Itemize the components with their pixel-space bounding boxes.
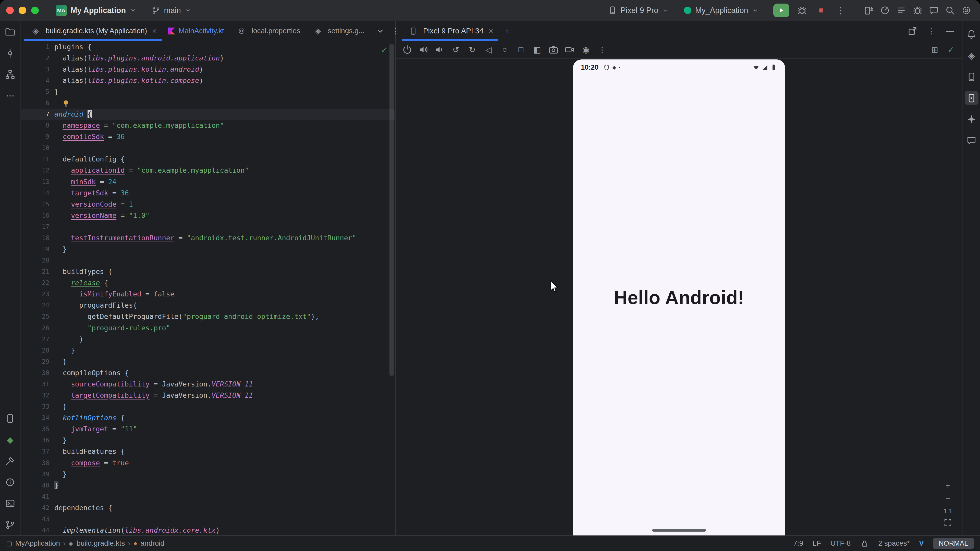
editor-tab[interactable]: ◈settings.g... [306, 21, 370, 41]
code-editor[interactable]: 1plugins {2 alias(libs.plugins.android.a… [21, 41, 395, 535]
settings-icon[interactable] [960, 4, 973, 17]
code-line[interactable]: 36 } [21, 435, 395, 446]
line-number[interactable]: 3 [21, 64, 54, 75]
line-number[interactable]: 35 [21, 424, 54, 435]
app-inspection-icon[interactable] [912, 4, 924, 17]
code-line[interactable]: 4 alias(libs.plugins.kotlin.compose) [21, 75, 395, 86]
run-configuration-selector[interactable]: My_Application [679, 2, 763, 19]
device-manager-icon[interactable] [965, 70, 978, 84]
new-device-tab-icon[interactable]: + [501, 25, 513, 37]
line-number[interactable]: 21 [21, 266, 54, 277]
code-line[interactable]: 9 compileSdk = 36 [21, 131, 395, 142]
code-line[interactable]: 19 } [21, 244, 395, 255]
gradle-tool-icon[interactable]: ◈ [965, 49, 978, 62]
line-number[interactable]: 19 [21, 244, 54, 255]
line-number[interactable]: 36 [21, 435, 54, 446]
code-line[interactable]: 25 getDefaultProguardFile("proguard-andr… [21, 311, 395, 322]
line-number[interactable]: 18 [21, 232, 54, 244]
device-tab[interactable]: Pixel 9 Pro API 34 × [402, 21, 498, 41]
gemini-tool-icon[interactable] [965, 113, 978, 126]
code-line[interactable]: 20 [21, 255, 395, 266]
vpn-shield-icon[interactable] [604, 64, 610, 70]
code-line[interactable]: 22 release { [21, 277, 395, 289]
ideavim-icon[interactable]: V [919, 540, 924, 548]
code-line[interactable]: 1plugins { [21, 41, 395, 52]
line-number[interactable]: 9 [21, 131, 54, 142]
line-number[interactable]: 39 [21, 468, 54, 480]
code-line[interactable]: 37 buildFeatures { [21, 446, 395, 457]
project-selector[interactable]: MA My Application [51, 2, 141, 19]
minimize-window-button[interactable] [19, 6, 26, 14]
line-number[interactable]: 5 [21, 86, 54, 97]
inspections-ok-icon[interactable]: ✓ [382, 44, 387, 56]
screen-record-icon[interactable] [564, 44, 576, 56]
file-encoding[interactable]: UTF-8 [830, 539, 851, 548]
line-number[interactable]: 28 [21, 345, 54, 356]
caret-position[interactable]: 7:9 [793, 539, 803, 548]
more-run-actions-icon[interactable]: ⋮ [834, 3, 848, 17]
terminal-tool-icon[interactable] [3, 497, 17, 510]
code-line[interactable]: 42dependencies { [21, 502, 395, 513]
line-number[interactable]: 24 [21, 300, 54, 311]
debug-button[interactable] [795, 3, 809, 17]
zoom-out-button[interactable]: − [945, 494, 950, 503]
line-number[interactable]: 31 [21, 379, 54, 390]
project-tool-icon[interactable] [3, 25, 17, 39]
line-number[interactable]: 38 [21, 457, 54, 468]
adb-icon[interactable]: ▪ [619, 65, 620, 70]
usb-debug-icon[interactable]: ◆ [612, 65, 616, 70]
line-number[interactable]: 15 [21, 199, 54, 210]
hidden-tabs-chevron-icon[interactable] [374, 25, 387, 37]
code-line[interactable]: 21 buildTypes { [21, 266, 395, 277]
more-actions-icon[interactable]: ⋮ [596, 44, 608, 56]
line-number[interactable]: 17 [21, 221, 54, 232]
device-manager-icon[interactable] [862, 4, 875, 17]
line-number[interactable]: 12 [21, 165, 54, 176]
code-line[interactable]: 41 [21, 491, 395, 502]
battery-icon[interactable] [770, 64, 777, 71]
device-manager-tool-icon[interactable]: ◆ [3, 433, 17, 447]
code-line[interactable]: 2 alias(libs.plugins.android.application… [21, 52, 395, 64]
overview-icon[interactable]: □ [515, 44, 527, 56]
branch-selector[interactable]: main [147, 2, 196, 19]
line-number[interactable]: 43 [21, 513, 54, 525]
code-line[interactable]: 40} [21, 480, 395, 491]
line-number[interactable]: 7 [21, 109, 54, 120]
code-line[interactable]: 15 versionCode = 1 [21, 199, 395, 210]
back-icon[interactable]: ◁ [483, 44, 495, 56]
code-line[interactable]: 11 defaultConfig { [21, 154, 395, 165]
fullscreen-window-button[interactable] [31, 6, 38, 14]
editor-tab[interactable]: local.properties [230, 21, 306, 41]
commit-tool-icon[interactable] [3, 46, 17, 60]
line-number[interactable]: 27 [21, 333, 54, 345]
device-selector[interactable]: Pixel 9 Pro [604, 2, 673, 19]
rotate-right-icon[interactable]: ↻ [466, 44, 478, 56]
run-button[interactable] [773, 3, 790, 17]
zoom-actual-size-button[interactable]: 1:1 [943, 507, 953, 515]
line-number[interactable]: 11 [21, 154, 54, 165]
line-number[interactable]: 4 [21, 75, 54, 86]
code-line[interactable]: 43 [21, 513, 395, 525]
signal-icon[interactable] [762, 64, 768, 71]
code-line[interactable]: 14 targetSdk = 36 [21, 187, 395, 199]
line-number[interactable]: 41 [21, 491, 54, 502]
editor-tab[interactable]: MainActivity.kt [162, 21, 230, 41]
gesture-navigation-bar[interactable] [652, 529, 706, 532]
code-line[interactable]: 5} [21, 86, 395, 97]
code-line[interactable]: 30 compileOptions { [21, 367, 395, 379]
line-number[interactable]: 8 [21, 120, 54, 131]
wifi-icon[interactable] [753, 64, 760, 71]
line-number[interactable]: 37 [21, 446, 54, 457]
line-number[interactable]: 6 [21, 97, 54, 109]
device-screen[interactable]: 10:20 ◆▪ Hello Android! [573, 59, 785, 535]
intention-bulb-icon[interactable] [62, 100, 70, 108]
breadcrumb-item[interactable]: ●android [134, 539, 164, 548]
editor-scrollbar[interactable] [390, 44, 394, 376]
code-line[interactable]: 32 targetCompatibility = JavaVersion.VER… [21, 390, 395, 401]
hide-panel-icon[interactable]: — [944, 25, 956, 37]
code-line[interactable]: 12 applicationId = "com.example.myapplic… [21, 165, 395, 176]
open-in-new-window-icon[interactable] [906, 25, 919, 37]
code-line[interactable]: 16 versionName = "1.0" [21, 210, 395, 221]
line-number[interactable]: 25 [21, 311, 54, 322]
search-everywhere-icon[interactable] [944, 4, 956, 17]
